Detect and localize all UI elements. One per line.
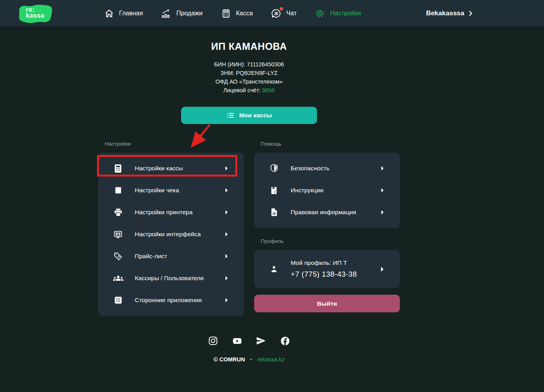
instagram-icon[interactable]	[208, 335, 218, 346]
nav-menu: Главная Продажи	[104, 8, 361, 19]
menu-item-kassa-settings[interactable]: Настройки кассы	[98, 157, 244, 179]
printer-icon	[113, 207, 123, 218]
business-info: БИН (ИИН): 711126450306 ЗНМ: PQB2EN9F-LY…	[98, 60, 400, 95]
sales-chart-icon	[161, 8, 172, 19]
account-name: Bekakasssa	[426, 9, 464, 17]
my-kassas-button[interactable]: Мои кассы	[181, 107, 317, 124]
menu-item-third-party-apps[interactable]: Сторонние приложения	[98, 289, 244, 311]
nav-item-label: Касса	[236, 10, 253, 17]
settings-column: Настройки Настройки кассы Настройки чека	[98, 141, 244, 316]
menu-item-printer-settings[interactable]: Настройки принтера	[98, 201, 244, 223]
settings-menu-card: Настройки кассы Настройки чека	[98, 153, 244, 316]
svg-text:i: i	[274, 190, 275, 194]
menu-item-cashiers-users[interactable]: Кассиры / Пользователи	[98, 267, 244, 289]
profile-text: Мой профиль: ИП Т +7 (775) 138-43-38	[291, 259, 357, 279]
nav-item-chat[interactable]: Чат	[271, 8, 297, 19]
profile-section-label: Профиль	[261, 238, 400, 244]
nav-item-kassa[interactable]: Касса	[221, 8, 253, 19]
chat-icon	[271, 8, 282, 19]
chevron-right-icon	[381, 166, 384, 171]
menu-item-receipt-settings[interactable]: Настройки чека	[98, 179, 244, 201]
shield-icon	[269, 163, 279, 174]
chat-unread-badge	[280, 7, 283, 11]
nav-item-label: Продажи	[176, 10, 203, 17]
youtube-icon[interactable]	[232, 335, 242, 346]
chevron-right-icon	[225, 276, 228, 281]
gear-icon	[315, 8, 325, 19]
logo-text: re: kassa	[26, 7, 44, 18]
price-tag-icon	[113, 251, 123, 262]
copyright-text: © COMRUN	[214, 356, 245, 363]
facebook-icon[interactable]	[280, 335, 290, 346]
bin-line: БИН (ИИН): 711126450306	[98, 60, 400, 69]
znm-line: ЗНМ: PQB2EN9F-LYZ	[98, 69, 400, 77]
receipt-icon	[113, 185, 123, 196]
account-switcher[interactable]: Bekakasssa	[426, 0, 473, 27]
profile-card[interactable]: Мой профиль: ИП Т +7 (775) 138-43-38	[254, 250, 400, 288]
top-navbar: re: kassa Главная Продажи	[0, 0, 544, 27]
logout-button[interactable]: Выйти	[254, 295, 400, 312]
menu-item-security[interactable]: Безопасность	[254, 157, 400, 179]
settings-section-label: Настройки	[105, 141, 244, 147]
site-link[interactable]: rekassa.kz	[257, 356, 284, 363]
help-menu-card: Безопасность i Инструкции	[254, 153, 400, 228]
chevron-right-icon	[381, 210, 384, 215]
help-section-label: Помощь	[261, 141, 400, 147]
menu-item-instructions[interactable]: i Инструкции	[254, 179, 400, 201]
nav-item-settings[interactable]: Настройки	[315, 8, 361, 19]
footer-copyright: © COMRUN • rekassa.kz	[98, 356, 400, 363]
nav-item-label: Главная	[119, 10, 143, 17]
users-group-icon	[113, 273, 123, 284]
profile-name: Мой профиль: ИП Т	[291, 259, 357, 266]
menu-item-interface-settings[interactable]: Настройки интерфейса	[98, 223, 244, 245]
social-links	[98, 335, 400, 346]
chevron-right-icon	[225, 210, 228, 215]
separator-dot: •	[250, 356, 252, 363]
chevron-right-icon	[225, 298, 228, 303]
chevron-right-icon	[381, 266, 384, 272]
chevron-right-icon	[225, 188, 228, 193]
menu-item-legal-info[interactable]: Правовая информация	[254, 201, 400, 223]
home-icon	[104, 8, 114, 19]
nav-item-home[interactable]: Главная	[104, 8, 143, 19]
chevron-right-icon	[225, 254, 228, 259]
account-balance-value: 9650	[262, 87, 275, 93]
chevron-right-icon	[381, 188, 384, 193]
legal-doc-icon	[269, 207, 279, 218]
ofd-line: ОФД АО «Транстелеком»	[98, 77, 400, 86]
chevron-right-icon	[225, 232, 228, 237]
instructions-icon: i	[269, 185, 279, 196]
nav-item-label: Чат	[286, 10, 297, 17]
nav-item-label: Настройки	[330, 10, 361, 17]
person-icon	[269, 264, 279, 274]
page-title: ИП КАМАНОВА	[98, 41, 400, 52]
chevron-right-icon	[225, 166, 228, 171]
main-content: ИП КАМАНОВА БИН (ИИН): 711126450306 ЗНМ:…	[98, 41, 400, 363]
account-line: Лицевой счёт: 9650	[98, 86, 400, 95]
chevron-right-icon	[469, 10, 473, 16]
menu-item-price-list[interactable]: Прайс-лист	[98, 245, 244, 267]
calculator-icon	[113, 163, 123, 174]
profile-phone: +7 (775) 138-43-38	[291, 270, 357, 279]
list-icon	[226, 111, 235, 120]
calculator-icon	[221, 8, 231, 19]
interface-icon	[113, 229, 123, 240]
nav-item-sales[interactable]: Продажи	[161, 8, 203, 19]
telegram-icon[interactable]	[256, 335, 266, 346]
apps-grid-icon	[113, 295, 123, 306]
rekassa-logo[interactable]: re: kassa	[16, 3, 53, 24]
help-profile-column: Помощь Безопасность	[254, 141, 400, 316]
